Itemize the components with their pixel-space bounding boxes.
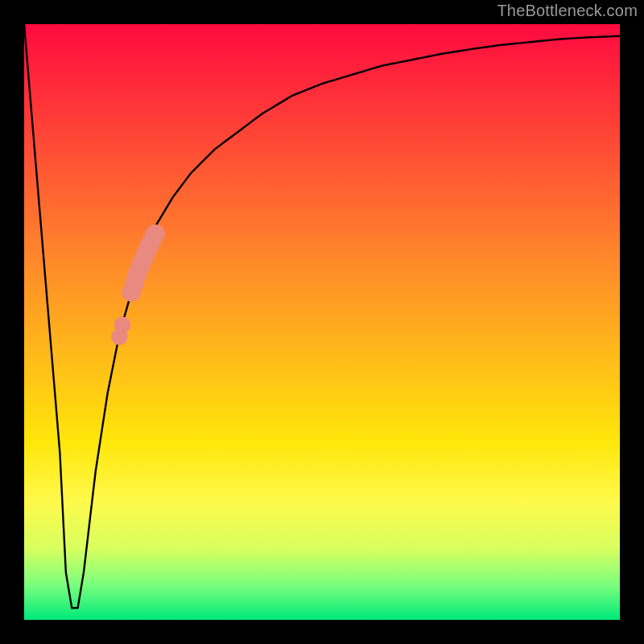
attribution-label: TheBottleneck.com: [497, 2, 638, 20]
plot-area: [24, 24, 620, 620]
chart-frame: TheBottleneck.com: [0, 0, 644, 644]
curve-svg: [24, 24, 620, 620]
curve-path-group: [24, 24, 620, 608]
curve-marker: [111, 328, 128, 345]
bottleneck-curve: [24, 24, 620, 608]
curve-markers: [111, 225, 165, 345]
curve-marker: [146, 225, 165, 244]
